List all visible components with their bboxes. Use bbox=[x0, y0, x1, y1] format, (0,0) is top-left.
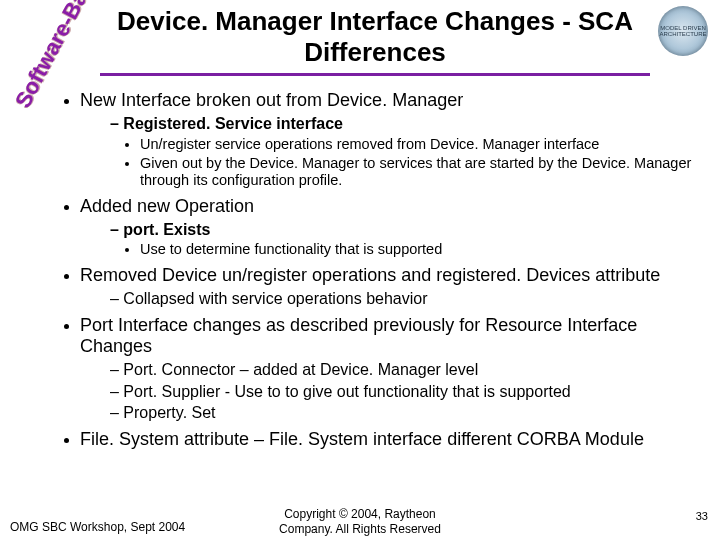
slide-content: New Interface broken out from Device. Ma… bbox=[0, 76, 720, 451]
bullet-text: Use to determine functionality that is s… bbox=[140, 241, 442, 257]
list-item: Port. Connector – added at Device. Manag… bbox=[110, 360, 696, 380]
bullet-text: Collapsed with service operations behavi… bbox=[123, 290, 427, 307]
list-item: Removed Device un/register operations an… bbox=[80, 265, 696, 308]
list-item: File. System attribute – File. System in… bbox=[80, 429, 696, 451]
copyright-line2: Company. All Rights Reserved bbox=[279, 522, 441, 536]
list-item: New Interface broken out from Device. Ma… bbox=[80, 90, 696, 190]
bullet-list: New Interface broken out from Device. Ma… bbox=[58, 90, 696, 451]
list-item: Use to determine functionality that is s… bbox=[140, 241, 696, 259]
list-item: port. Exists Use to determine functional… bbox=[110, 220, 696, 259]
bullet-text: Property. Set bbox=[123, 404, 215, 421]
bullet-text: Removed Device un/register operations an… bbox=[80, 265, 660, 285]
bullet-text: Un/register service operations removed f… bbox=[140, 136, 599, 152]
footer: OMG SBC Workshop, Sept 2004 Copyright © … bbox=[0, 507, 720, 536]
title-area: Device. Manager Interface Changes - SCA … bbox=[0, 0, 720, 69]
bullet-text: Added new Operation bbox=[80, 196, 254, 216]
footer-left: OMG SBC Workshop, Sept 2004 bbox=[10, 520, 185, 534]
bullet-text: Port. Supplier - Use to to give out func… bbox=[123, 383, 570, 400]
list-item: Added new Operation port. Exists Use to … bbox=[80, 196, 696, 259]
list-item: Collapsed with service operations behavi… bbox=[110, 289, 696, 309]
list-item: Given out by the Device. Manager to serv… bbox=[140, 155, 696, 190]
bullet-text: File. System attribute – File. System in… bbox=[80, 429, 644, 449]
bullet-text: New Interface broken out from Device. Ma… bbox=[80, 90, 463, 110]
list-item: Un/register service operations removed f… bbox=[140, 136, 696, 154]
list-item: Property. Set bbox=[110, 403, 696, 423]
slide-title: Device. Manager Interface Changes - SCA … bbox=[100, 6, 650, 67]
bullet-text: Port Interface changes as described prev… bbox=[80, 315, 637, 357]
bullet-text: port. Exists bbox=[123, 221, 210, 238]
list-item: Registered. Service interface Un/registe… bbox=[110, 114, 696, 190]
list-item: Port Interface changes as described prev… bbox=[80, 315, 696, 423]
bullet-text: Given out by the Device. Manager to serv… bbox=[140, 155, 691, 189]
copyright-line1: Copyright © 2004, Raytheon bbox=[284, 507, 436, 521]
slide-number: 33 bbox=[696, 510, 708, 522]
bullet-text: Registered. Service interface bbox=[123, 115, 343, 132]
bullet-text: Port. Connector – added at Device. Manag… bbox=[123, 361, 478, 378]
list-item: Port. Supplier - Use to to give out func… bbox=[110, 382, 696, 402]
